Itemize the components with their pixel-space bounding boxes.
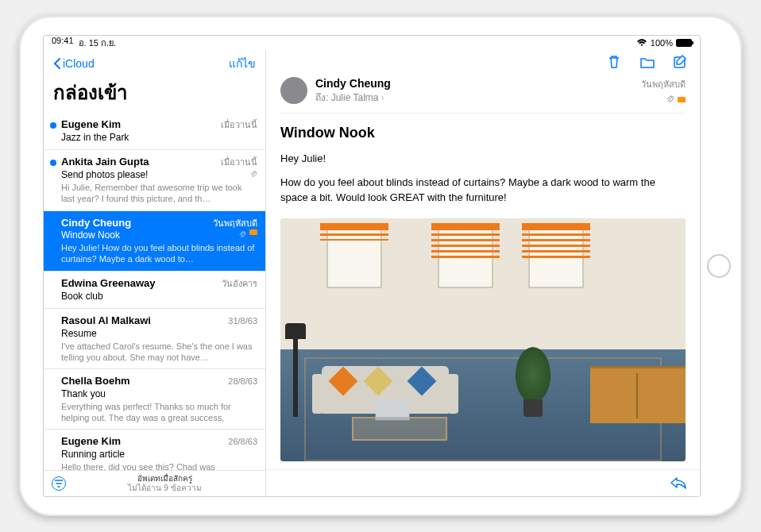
trash-icon (606, 54, 622, 70)
flag-icon (249, 229, 257, 235)
flag-icon (678, 97, 686, 102)
status-bar: 09:41 อ. 15 ก.ย. 100% (44, 36, 700, 50)
compose-icon (673, 54, 689, 70)
folder-icon (639, 54, 655, 70)
sender-avatar[interactable] (280, 77, 307, 104)
message-date: วันอังคาร (222, 278, 257, 289)
attachment-icon (238, 229, 246, 241)
content-toolbar (266, 50, 700, 77)
message-header: Cindy Cheung ถึง: Julie Talma › วันพฤหัส… (280, 77, 686, 114)
to-field[interactable]: ถึง: Julie Talma › (315, 90, 633, 105)
battery-icon (676, 39, 692, 47)
message-sender: Eugene Kim (61, 435, 121, 449)
message-row[interactable]: Rasoul Al Malkawi31/8/63ResumeI've attac… (44, 309, 265, 369)
message-row[interactable]: Cindy CheungวันพฤหัสบดีWindow NookHey Ju… (44, 211, 265, 272)
message-list-pane: iCloud แก้ไข กล่องเข้า Eugene Kimเมื่อวา… (44, 50, 266, 496)
back-label: iCloud (63, 57, 95, 70)
message-subject: Jazz in the Park (61, 132, 129, 145)
compose-button[interactable] (673, 54, 689, 73)
message-preview: Hey Julie! How do you feel about blinds … (61, 242, 257, 265)
screen: 09:41 อ. 15 ก.ย. 100% iCloud แก้ไข กล่อง… (43, 35, 701, 497)
status-date: อ. 15 ก.ย. (79, 36, 117, 50)
message-date: วันพฤหัสบดี (641, 77, 686, 91)
message-date: เมื่อวานนี้ (221, 119, 257, 130)
reply-button[interactable] (670, 475, 687, 492)
home-button[interactable] (707, 254, 731, 278)
message-list[interactable]: Eugene Kimเมื่อวานนี้Jazz in the ParkAnk… (44, 113, 265, 470)
edit-button[interactable]: แก้ไข (229, 55, 256, 72)
wifi-icon (636, 39, 647, 47)
message-subject: Book club (61, 291, 103, 303)
attachment-icon (666, 94, 674, 105)
reply-bar (266, 469, 700, 496)
mail-app: iCloud แก้ไข กล่องเข้า Eugene Kimเมื่อวา… (44, 50, 700, 496)
message-content-pane: Cindy Cheung ถึง: Julie Talma › วันพฤหัส… (266, 50, 700, 496)
attachment-image[interactable] (280, 218, 686, 462)
chevron-right-icon: › (381, 92, 384, 103)
message-sender: Chella Boehm (61, 375, 130, 388)
message-subject: Thank you (61, 388, 106, 401)
message-row[interactable]: Chella Boehm28/8/63Thank youEverything w… (44, 369, 265, 430)
message-row[interactable]: Eugene Kim26/8/63Running articleHello th… (44, 430, 265, 470)
filter-button[interactable] (52, 476, 66, 491)
message-date: เมื่อวานนี้ (221, 156, 257, 168)
message-date: 28/8/63 (228, 376, 257, 387)
message-sender: Eugene Kim (61, 118, 121, 132)
message-preview: Hello there, did you see this? Chad was (61, 461, 257, 470)
message-row[interactable]: Eugene Kimเมื่อวานนี้Jazz in the Park (44, 113, 265, 150)
message-preview: I've attached Carol's resume. She's the … (61, 341, 257, 364)
message-date: 26/8/63 (228, 436, 257, 447)
message-body: Hey Julie! How do you feel about blinds … (280, 151, 686, 214)
sync-status: อัพเดทเมื่อสักครู่ ไม่ได้อ่าน 9 ข้อความ (72, 474, 257, 493)
message-sender: Rasoul Al Malkawi (61, 314, 151, 328)
status-time: 09:41 (52, 36, 74, 50)
message-preview: Everything was perfect! Thanks so much f… (61, 401, 257, 424)
message-subject: Send photos please! (61, 169, 148, 182)
message-subject: Running article (61, 449, 125, 461)
message-sender: Cindy Cheung (61, 217, 131, 230)
mailbox-title: กล่องเข้า (44, 75, 265, 113)
message-subject: Window Nook (280, 114, 686, 151)
ipad-frame: 09:41 อ. 15 ก.ย. 100% iCloud แก้ไข กล่อง… (19, 16, 742, 516)
battery-pct: 100% (651, 38, 673, 48)
message-date: 31/8/63 (228, 315, 257, 326)
to-name: Julie Talma (331, 92, 379, 103)
message-subject: Resume (61, 328, 97, 341)
filter-icon (55, 480, 63, 488)
chevron-left-icon (53, 58, 61, 69)
trash-button[interactable] (606, 54, 622, 73)
message-date: วันพฤหัสบดี (213, 218, 257, 229)
message-row[interactable]: Ankita Jain Guptaเมื่อวานนี้Send photos … (44, 150, 265, 210)
message-row[interactable]: Edwina GreenawayวันอังคารBook club (44, 272, 265, 309)
reply-icon (670, 475, 687, 489)
attachment-icon (249, 169, 257, 180)
back-button[interactable]: iCloud (53, 57, 95, 70)
message-preview: Hi Julie, Remember that awesome trip we … (61, 182, 257, 205)
from-name[interactable]: Cindy Cheung (315, 77, 633, 90)
to-label: ถึง: (315, 92, 328, 103)
message-sender: Ankita Jain Gupta (61, 156, 149, 169)
move-button[interactable] (639, 54, 655, 73)
message-subject: Window Nook (61, 229, 120, 242)
message-sender: Edwina Greenaway (61, 277, 156, 291)
